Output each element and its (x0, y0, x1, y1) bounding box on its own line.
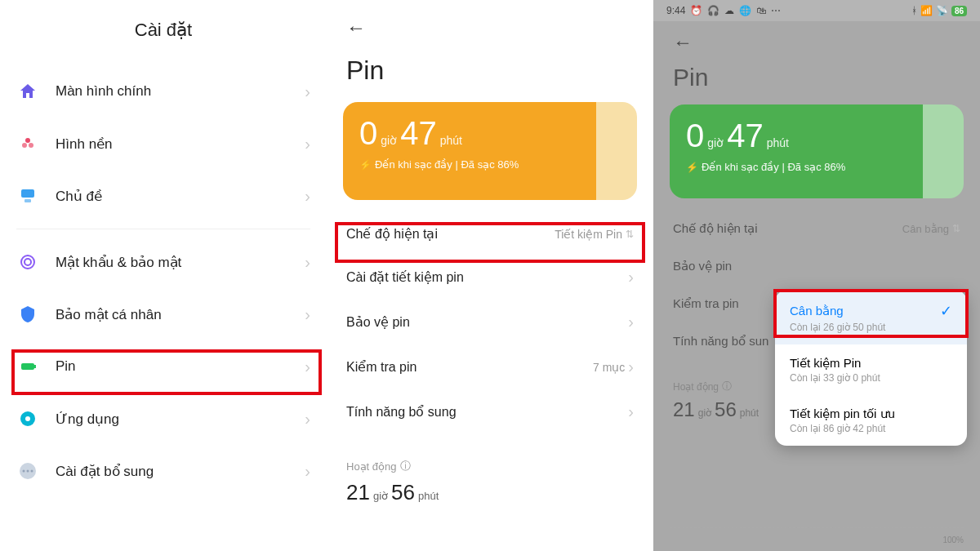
chevron-right-icon: › (628, 402, 634, 421)
settings-list-2: Mật khẩu & bảo mật › Bảo mật cá nhân › P… (0, 236, 327, 497)
popup-option-title: Tiết kiệm pin tối ưu (790, 407, 952, 421)
settings-item-additional[interactable]: Cài đặt bổ sung › (16, 445, 310, 497)
settings-item-label: Cài đặt bổ sung (56, 463, 305, 480)
chevron-right-icon: › (305, 358, 310, 376)
settings-item-home[interactable]: Màn hình chính › (16, 65, 310, 118)
svg-rect-7 (21, 363, 34, 370)
alarm-icon: ⏰ (690, 5, 702, 16)
more-dots-icon: ⋯ (771, 5, 781, 16)
activity-section: Hoạt động ⓘ 21 giờ 56 phút (327, 434, 653, 513)
shield-icon (16, 303, 39, 326)
back-button[interactable]: ← (653, 21, 980, 59)
sort-icon: ⇅ (952, 223, 960, 234)
svg-point-14 (31, 470, 33, 473)
status-left: 9:44 ⏰ 🎧 ☁ 🌐 🛍 ⋯ (666, 5, 781, 16)
status-right: ᚼ 📶 📡 86 (911, 5, 967, 16)
popup-option-sub: Còn lại 26 giờ 50 phút (790, 322, 952, 333)
chevron-right-icon: › (305, 82, 310, 101)
globe-icon: 🌐 (739, 5, 751, 16)
chevron-right-icon: › (305, 410, 310, 429)
battery-icon (16, 355, 39, 378)
popup-option-title: Cân bằng ✓ (790, 302, 952, 320)
battery-status-card[interactable]: 0 giờ 47 phút ⚡ Đến khi sạc đầy | Đã sạc… (670, 104, 964, 198)
activity-time: 21 giờ 56 phút (346, 480, 634, 505)
battery-item-saver-settings[interactable]: Cài đặt tiết kiệm pin › (327, 255, 653, 300)
battery-time: 0 giờ 47 phút (686, 118, 906, 154)
home-icon (16, 80, 39, 103)
more-icon (16, 460, 39, 482)
battery-time: 0 giờ 47 phút (359, 115, 580, 152)
settings-item-wallpaper[interactable]: Hình nền › (16, 118, 310, 170)
settings-item-theme[interactable]: Chủ đề › (16, 170, 310, 222)
settings-item-password[interactable]: Mật khẩu & bảo mật › (16, 236, 310, 288)
settings-item-label: Màn hình chính (56, 83, 305, 100)
chevron-right-icon: › (305, 187, 310, 206)
settings-item-battery[interactable]: Pin › (16, 340, 310, 393)
popup-option-title: Tiết kiệm Pin (790, 356, 952, 371)
popup-option-sub: Còn lại 86 giờ 42 phút (790, 423, 952, 434)
status-bar: 9:44 ⏰ 🎧 ☁ 🌐 🛍 ⋯ ᚼ 📶 📡 86 (653, 0, 980, 21)
battery-screen: ← Pin 0 giờ 47 phút ⚡ Đến khi sạc đầy | … (327, 0, 653, 551)
popup-option-sub: Còn lại 33 giờ 0 phút (790, 372, 952, 384)
svg-rect-8 (34, 365, 36, 368)
svg-point-1 (22, 143, 27, 148)
battery-item-mode[interactable]: Chế độ hiện tại Cân bằng ⇅ (653, 210, 980, 247)
settings-item-label: Chủ đề (56, 188, 305, 205)
svg-point-2 (29, 143, 33, 148)
battery-subtitle: ⚡ Đến khi sạc đầy | Đã sạc 86% (359, 158, 580, 171)
popup-option-ultra[interactable]: Tiết kiệm pin tối ưu Còn lại 86 giờ 42 p… (775, 395, 967, 446)
flower-icon (16, 132, 39, 155)
svg-rect-4 (24, 199, 31, 202)
wifi-icon: 📡 (936, 5, 948, 16)
battery-filled-bar: 0 giờ 47 phút ⚡ Đến khi sạc đầy | Đã sạc… (343, 102, 596, 200)
settings-item-privacy[interactable]: Bảo mật cá nhân › (16, 288, 310, 340)
settings-item-label: Hình nền (56, 136, 305, 153)
battery-item-additional[interactable]: Tính năng bổ sung › (327, 389, 653, 434)
settings-screen: Cài đặt Màn hình chính › Hình nền › Chủ … (0, 0, 327, 551)
svg-point-10 (25, 416, 30, 421)
divider (16, 229, 310, 229)
back-button[interactable]: ← (327, 0, 653, 47)
battery-options-list: Chế độ hiện tại Tiết kiệm Pin ⇅ Cài đặt … (327, 200, 653, 434)
chevron-right-icon: › (628, 268, 634, 287)
svg-point-12 (23, 470, 25, 473)
svg-point-13 (27, 470, 29, 473)
apps-icon (16, 407, 39, 430)
chart-grid-line (670, 527, 964, 528)
battery-item-protect[interactable]: Bảo vệ pin (653, 247, 980, 285)
theme-icon (16, 184, 39, 207)
svg-rect-3 (21, 189, 34, 198)
chevron-right-icon: › (628, 313, 634, 331)
page-title: Cài đặt (0, 0, 327, 65)
settings-item-label: Pin (56, 358, 305, 375)
popup-option-saver[interactable]: Tiết kiệm Pin Còn lại 33 giờ 0 phút (775, 344, 967, 395)
fingerprint-icon (16, 251, 39, 273)
settings-item-apps[interactable]: Ứng dụng › (16, 393, 310, 445)
bag-icon: 🛍 (756, 5, 766, 16)
back-arrow-icon: ← (673, 31, 693, 53)
bolt-icon: ⚡ (359, 159, 372, 171)
svg-point-6 (24, 259, 31, 265)
battery-item-mode[interactable]: Chế độ hiện tại Tiết kiệm Pin ⇅ (327, 213, 653, 255)
battery-item-protect[interactable]: Bảo vệ pin › (327, 300, 653, 344)
battery-item-check[interactable]: Kiểm tra pin 7 mục › (327, 344, 653, 389)
chevron-right-icon: › (628, 358, 634, 376)
battery-remaining-bar (596, 102, 637, 200)
sort-icon: ⇅ (626, 229, 634, 240)
chevron-right-icon: › (305, 462, 310, 481)
battery-badge: 86 (951, 6, 967, 16)
settings-item-label: Ứng dụng (56, 411, 305, 428)
activity-label: Hoạt động ⓘ (346, 459, 634, 473)
chevron-right-icon: › (305, 305, 310, 324)
page-title: Pin (327, 47, 653, 102)
settings-item-label: Bảo mật cá nhân (56, 306, 305, 323)
check-icon: ✓ (940, 302, 952, 320)
settings-list: Màn hình chính › Hình nền › Chủ đề › (0, 65, 327, 222)
battery-status-card[interactable]: 0 giờ 47 phút ⚡ Đến khi sạc đầy | Đã sạc… (343, 102, 637, 200)
settings-item-label: Mật khẩu & bảo mật (56, 254, 305, 271)
chevron-right-icon: › (305, 253, 310, 272)
signal-icon: 📶 (920, 5, 933, 16)
popup-option-balanced[interactable]: Cân bằng ✓ Còn lại 26 giờ 50 phút (775, 291, 967, 344)
battery-filled-bar: 0 giờ 47 phút ⚡ Đến khi sạc đầy | Đã sạc… (670, 104, 923, 198)
bolt-icon: ⚡ (686, 162, 698, 173)
